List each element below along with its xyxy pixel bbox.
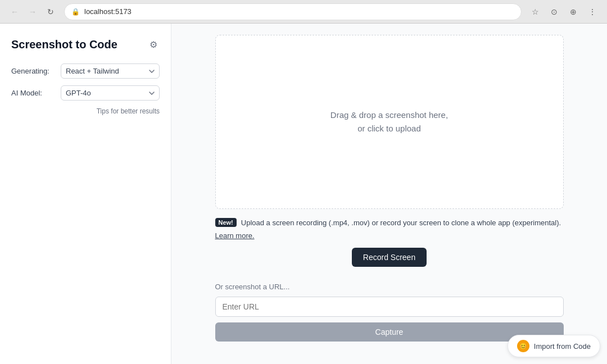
- record-screen-button[interactable]: Record Screen: [352, 248, 427, 267]
- browser-chrome: ← → ↻ 🔒 localhost:5173 ☆ ⊙ ⊕ ⋮: [0, 0, 607, 24]
- sidebar: Screenshot to Code ⚙ Generating: React +…: [0, 24, 171, 364]
- url-text: localhost:5173: [84, 7, 514, 16]
- url-section-label: Or screenshot a URL...: [215, 283, 290, 291]
- app-title: Screenshot to Code: [11, 38, 117, 51]
- generating-select[interactable]: React + Tailwind HTML + CSS Vue + Tailwi…: [61, 63, 160, 79]
- star-button[interactable]: ☆: [527, 4, 543, 20]
- drop-line2: or click to upload: [330, 122, 448, 135]
- url-section: Or screenshot a URL... Capture: [215, 283, 564, 342]
- drop-zone-text: Drag & drop a screenshot here, or click …: [330, 108, 448, 135]
- import-avatar: 😊: [517, 340, 529, 352]
- import-from-code-button[interactable]: 😊 Import from Code: [508, 335, 600, 357]
- drop-zone[interactable]: Drag & drop a screenshot here, or click …: [215, 35, 564, 209]
- ai-model-select[interactable]: GPT-4o GPT-4 Claude 3: [61, 85, 160, 101]
- app-container: Screenshot to Code ⚙ Generating: React +…: [0, 24, 607, 364]
- nav-buttons: ← → ↻: [7, 4, 58, 20]
- url-input[interactable]: [215, 297, 564, 317]
- ai-model-row: AI Model: GPT-4o GPT-4 Claude 3: [11, 85, 160, 101]
- menu-button[interactable]: ⋮: [585, 4, 600, 20]
- recording-notice: New! Upload a screen recording (.mp4, .m…: [215, 218, 564, 240]
- generating-label: Generating:: [11, 67, 56, 75]
- recording-notice-text: Upload a screen recording (.mp4, .mov) o…: [241, 219, 561, 227]
- screenshot-button[interactable]: ⊙: [546, 4, 562, 20]
- settings-button[interactable]: ⚙: [147, 37, 160, 52]
- ai-model-label: AI Model:: [11, 89, 56, 97]
- browser-actions: ☆ ⊙ ⊕ ⋮: [527, 4, 600, 20]
- sidebar-header: Screenshot to Code ⚙: [11, 37, 160, 52]
- new-badge: New!: [215, 218, 237, 227]
- learn-more-link[interactable]: Learn more.: [215, 231, 255, 240]
- extension-button[interactable]: ⊕: [565, 4, 581, 20]
- back-button[interactable]: ←: [7, 4, 22, 20]
- tips-link[interactable]: Tips for better results: [11, 107, 160, 115]
- refresh-button[interactable]: ↻: [43, 4, 58, 20]
- lock-icon: 🔒: [71, 8, 80, 16]
- drop-line1: Drag & drop a screenshot here,: [330, 108, 448, 122]
- import-label: Import from Code: [534, 342, 591, 351]
- forward-button[interactable]: →: [25, 4, 40, 20]
- generating-row: Generating: React + Tailwind HTML + CSS …: [11, 63, 160, 79]
- main-content: Drag & drop a screenshot here, or click …: [171, 24, 607, 364]
- address-bar[interactable]: 🔒 localhost:5173: [64, 3, 522, 20]
- import-btn-container: 😊 Import from Code: [508, 335, 600, 357]
